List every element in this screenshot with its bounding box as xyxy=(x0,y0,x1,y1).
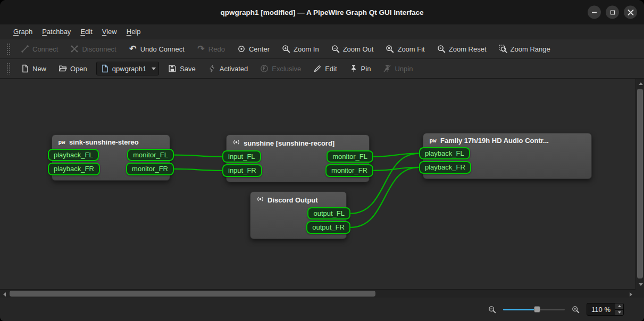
port-monitor_FL[interactable]: monitor_FL xyxy=(127,149,174,161)
edit-toggle[interactable]: Edit xyxy=(310,62,340,75)
center-icon xyxy=(237,45,246,53)
graph-node-ports: output_FLoutput_FR xyxy=(250,206,346,239)
title-bar[interactable]: qpwgraph1 [modified] — A PipeWire Graph … xyxy=(0,0,644,24)
graph-node-ports: playback_FLmonitor_FLplayback_FRmonitor_… xyxy=(52,148,170,180)
zoom-spinbox-value[interactable]: 110 % xyxy=(587,303,615,315)
vertical-scrollbar[interactable] xyxy=(635,79,644,289)
disconnect-icon xyxy=(70,45,79,53)
graph-node-title: sunshine [sunshine-record] xyxy=(244,139,334,147)
pipewire-icon: pw xyxy=(429,137,437,144)
toolbar-drag-handle[interactable] xyxy=(6,63,11,74)
save-label: Save xyxy=(180,65,196,73)
port-playback_FL[interactable]: playback_FL xyxy=(48,149,99,161)
redo-icon: ↷ xyxy=(197,45,205,53)
patchbay-select[interactable]: qpwgraph1 xyxy=(96,62,159,75)
maximize-icon xyxy=(610,10,615,14)
spin-down-icon xyxy=(618,311,621,314)
zoom-spin-down-button[interactable] xyxy=(615,309,623,316)
unpin-button[interactable]: Unpin xyxy=(380,62,416,75)
new-button[interactable]: New xyxy=(18,62,49,75)
port-input_FR[interactable]: input_FR xyxy=(222,164,262,176)
graph-node-sink-sunshine-stereo[interactable]: pwsink-sunshine-stereoplayback_FLmonitor… xyxy=(52,134,170,181)
zoom-spinbox[interactable]: 110 % xyxy=(587,303,624,316)
graph-node-discord-output[interactable]: Discord Outputoutput_FLoutput_FR xyxy=(250,191,347,239)
graph-node-ports: input_FLmonitor_FLinput_FRmonitor_FR xyxy=(227,149,369,182)
port-playback_FL[interactable]: playback_FL xyxy=(419,147,470,159)
menu-edit[interactable]: Edit xyxy=(76,26,97,38)
zoom-reset-button[interactable]: Zoom Reset xyxy=(434,43,490,55)
scroll-left-icon[interactable] xyxy=(3,292,6,297)
zoom-fit-label: Zoom Fit xyxy=(397,45,424,53)
minimize-button[interactable] xyxy=(588,6,601,19)
zoom-in-icon xyxy=(282,45,290,53)
horizontal-scrollbar-thumb[interactable] xyxy=(10,291,375,297)
zoom-range-button[interactable]: Zoom Range xyxy=(496,43,554,55)
scrollbar-corner xyxy=(635,289,644,298)
vertical-scrollbar-thumb[interactable] xyxy=(637,89,643,278)
redo-label: Redo xyxy=(208,45,225,53)
save-icon xyxy=(168,64,177,73)
menu-help[interactable]: Help xyxy=(122,26,146,38)
connect-button[interactable]: Connect xyxy=(18,43,61,55)
port-input_FL[interactable]: input_FL xyxy=(222,150,261,163)
graph-node-family-audio[interactable]: pwFamily 17h/19h HD Audio Contr...playba… xyxy=(423,133,592,179)
port-playback_FR[interactable]: playback_FR xyxy=(419,161,471,173)
zoom-out-icon xyxy=(331,45,340,53)
unpin-label: Unpin xyxy=(395,65,413,73)
horizontal-scrollbar[interactable] xyxy=(0,289,635,298)
graph-view: pwsink-sunshine-stereoplayback_FLmonitor… xyxy=(0,79,644,298)
zoom-in-button[interactable]: Zoom In xyxy=(279,43,322,55)
pin-button[interactable]: Pin xyxy=(346,62,374,75)
zoom-fit-button[interactable]: Zoom Fit xyxy=(382,43,428,55)
patchbay-toolbar: New Open qpwgraph1 Save xyxy=(0,59,644,79)
zoom-reset-icon xyxy=(437,45,446,53)
activated-bolt-icon xyxy=(208,64,216,73)
port-output_FR[interactable]: output_FR xyxy=(306,221,350,233)
chevron-down-icon xyxy=(152,67,156,70)
statusbar-zoom-out-button[interactable] xyxy=(488,306,496,314)
scroll-right-icon[interactable] xyxy=(630,292,632,297)
new-file-icon xyxy=(21,64,29,73)
edit-label: Edit xyxy=(325,65,337,73)
maximize-button[interactable] xyxy=(606,6,619,19)
menu-graph[interactable]: Graph xyxy=(9,26,37,38)
activated-toggle[interactable]: Activated xyxy=(205,62,251,75)
graph-node-header: Discord Output xyxy=(250,192,346,206)
menu-patchbay[interactable]: Patchbay xyxy=(37,26,76,38)
graph-canvas[interactable]: pwsink-sunshine-stereoplayback_FLmonitor… xyxy=(0,79,635,289)
redo-button[interactable]: ↷ Redo xyxy=(194,43,228,55)
record-icon xyxy=(232,138,240,148)
close-button[interactable] xyxy=(624,6,637,19)
zoom-slider[interactable] xyxy=(503,305,565,314)
port-monitor_FR[interactable]: monitor_FR xyxy=(126,163,174,175)
graph-wires xyxy=(0,79,635,289)
port-monitor_FL[interactable]: monitor_FL xyxy=(327,150,373,163)
port-monitor_FR[interactable]: monitor_FR xyxy=(325,164,373,176)
zoom-range-label: Zoom Range xyxy=(511,45,550,53)
patchbay-file-icon xyxy=(101,64,109,73)
open-button[interactable]: Open xyxy=(55,62,90,75)
undo-connect-button[interactable]: ↶ Undo Connect xyxy=(126,43,188,55)
zoom-slider-handle[interactable] xyxy=(534,306,540,312)
toolbar-drag-handle[interactable] xyxy=(6,43,11,55)
menu-view[interactable]: View xyxy=(97,26,122,38)
zoom-spin-up-button[interactable] xyxy=(615,303,623,309)
scroll-up-icon[interactable] xyxy=(639,82,643,85)
save-button[interactable]: Save xyxy=(165,62,199,75)
graph-node-sunshine[interactable]: sunshine [sunshine-record]input_FLmonito… xyxy=(226,134,370,182)
exclusive-toggle[interactable]: Exclusive xyxy=(257,62,304,75)
open-label: Open xyxy=(70,65,87,73)
port-output_FL[interactable]: output_FL xyxy=(307,207,350,219)
zoom-out-button[interactable]: Zoom Out xyxy=(328,43,377,55)
center-button[interactable]: Center xyxy=(234,43,273,55)
disconnect-button[interactable]: Disconnect xyxy=(67,43,119,55)
connection-wire[interactable] xyxy=(174,155,222,157)
patchbay-select-value: qpwgraph1 xyxy=(112,65,146,73)
port-playback_FR[interactable]: playback_FR xyxy=(48,163,100,175)
pin-label: Pin xyxy=(361,65,371,73)
undo-icon: ↶ xyxy=(129,45,137,53)
scroll-down-icon[interactable] xyxy=(639,283,643,286)
connection-wire[interactable] xyxy=(174,169,222,171)
exclusive-label: Exclusive xyxy=(272,65,301,73)
statusbar-zoom-in-button[interactable] xyxy=(572,306,580,314)
